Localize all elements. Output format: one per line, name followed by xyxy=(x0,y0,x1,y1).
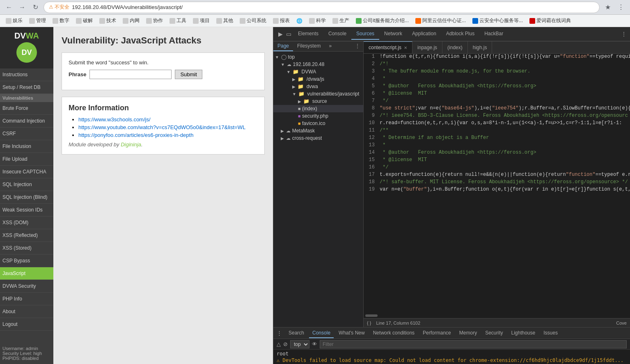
sidebar-item-file-inclusion[interactable]: File Inclusion xyxy=(0,140,53,153)
tree-security-php[interactable]: ■ security.php xyxy=(273,112,363,120)
sources-menu-icon[interactable]: ⋮ xyxy=(352,41,363,51)
tree-cross-request[interactable]: ▶ ☁ cross-request xyxy=(273,134,363,142)
tree-dvwa[interactable]: ▼ 📁 DVWA xyxy=(273,68,363,75)
sidebar-item-captcha[interactable]: Insecure CAPTCHA xyxy=(0,166,53,178)
tab-page[interactable]: Page xyxy=(273,41,293,51)
module-author-link[interactable]: Digininja xyxy=(121,141,141,148)
hscroll-thumb[interactable] xyxy=(365,314,378,317)
sidebar-item-csrf[interactable]: CSRF xyxy=(0,127,53,140)
tree-source[interactable]: ▶ 📁 source xyxy=(273,98,363,105)
sidebar-item-javascript[interactable]: JavaScript xyxy=(0,267,53,280)
console-tab-issues[interactable]: Issues xyxy=(540,328,561,338)
top-selector[interactable]: top xyxy=(290,340,309,348)
tree-favicon[interactable]: ■ favicon.ico xyxy=(273,120,363,127)
horizontal-scrollbar[interactable] xyxy=(364,313,630,318)
tab-elements[interactable]: Elements xyxy=(293,28,323,40)
tab-filesystem[interactable]: Filesystem xyxy=(293,41,325,51)
link-1[interactable]: https://www.w3schools.com/js/ xyxy=(78,116,151,123)
bookmark-pojie[interactable]: 破解 xyxy=(73,16,95,25)
devtools-inspect-icon[interactable]: ▶ xyxy=(277,29,284,39)
tree-dvwa-folder[interactable]: ▶ 📁 dvwa xyxy=(273,83,363,90)
sidebar-item-setup[interactable]: Setup / Reset DB xyxy=(0,81,53,94)
submit-button[interactable]: Submit xyxy=(175,70,202,79)
bookmark-shengchan[interactable]: 生产 xyxy=(330,16,352,25)
tree-vulns-js[interactable]: ▼ 📁 vulnerabilities/javascript xyxy=(273,90,363,98)
bookmark-globe[interactable]: 🌐 xyxy=(294,17,305,25)
file-tab-highjs[interactable]: high.js xyxy=(468,41,493,53)
console-tab-performance[interactable]: Performance xyxy=(419,328,454,338)
code-editor[interactable]: 1 !function e(t,r,n){function i(s,a){if(… xyxy=(364,54,630,313)
sidebar-item-xss-stored[interactable]: XSS (Stored) xyxy=(0,242,53,255)
bookmark-yule[interactable]: 娱乐 xyxy=(3,16,25,25)
bookmark-hezuo[interactable]: 协作 xyxy=(144,16,165,25)
console-tab-lighthouse[interactable]: Lighthouse xyxy=(508,328,539,338)
sidebar-item-session-ids[interactable]: Weak Session IDs xyxy=(0,204,53,216)
sidebar-item-xss-reflected[interactable]: XSS (Reflected) xyxy=(0,229,53,242)
console-tab-console[interactable]: Console xyxy=(309,328,334,338)
bookmark-xiangmu[interactable]: 项目 xyxy=(190,16,212,25)
back-button[interactable]: ← xyxy=(3,2,15,13)
tab-console[interactable]: Console xyxy=(323,28,351,40)
console-tab-memory[interactable]: Memory xyxy=(456,328,480,338)
menu-button[interactable]: ⋮ xyxy=(615,2,627,13)
devtools-device-icon[interactable]: ▭ xyxy=(284,29,293,39)
bookmark-baobiao[interactable]: 报表 xyxy=(270,16,292,25)
tree-dvwa-js[interactable]: ▶ 📁 /dvwa/js xyxy=(273,75,363,83)
tree-index[interactable]: ■ (index) xyxy=(273,105,363,112)
tab-more[interactable]: » xyxy=(325,41,336,51)
tab-application[interactable]: Application xyxy=(407,28,441,40)
console-block-icon[interactable]: ⊘ xyxy=(283,341,288,347)
bookmark-qita[interactable]: 其他 xyxy=(214,16,236,25)
reload-button[interactable]: ↻ xyxy=(30,2,41,13)
console-tab-security[interactable]: Security xyxy=(482,328,506,338)
sidebar-item-brute[interactable]: Brute Force xyxy=(0,102,53,115)
tree-top[interactable]: ▼ ◯ top xyxy=(273,53,363,61)
file-tab-contentscript[interactable]: contentscript.js ✕ xyxy=(364,41,412,53)
file-tab-inpage[interactable]: inpage.js xyxy=(412,41,442,53)
devtools-more-icon[interactable]: ⋮ xyxy=(621,31,627,37)
sidebar-item-instructions[interactable]: Instructions xyxy=(0,68,53,81)
console-tab-search[interactable]: Search xyxy=(285,328,307,338)
sidebar-item-csp[interactable]: CSP Bypass xyxy=(0,255,53,267)
tab-sources[interactable]: Sources xyxy=(351,28,379,40)
bookmark-gongsi[interactable]: 公司系统 xyxy=(237,16,269,25)
link-3[interactable]: https://ponyfoo.com/articles/es6-proxies… xyxy=(78,132,193,138)
sidebar-item-dvwa-security[interactable]: DVWA Security xyxy=(0,280,53,293)
format-icon[interactable]: { } xyxy=(367,321,371,325)
bookmark-ciba[interactable]: 爱词霸在线词典 xyxy=(527,16,573,25)
tab-network[interactable]: Network xyxy=(379,28,407,40)
bookmark-neiwang[interactable]: 内网 xyxy=(120,16,142,25)
sidebar-item-about[interactable]: About xyxy=(0,305,53,318)
sidebar-item-file-upload[interactable]: File Upload xyxy=(0,153,53,166)
console-eye-icon[interactable]: 👁 xyxy=(312,341,317,347)
bookmark-button[interactable]: ★ xyxy=(602,2,614,13)
sidebar-item-phpinfo[interactable]: PHP Info xyxy=(0,293,53,305)
sidebar-item-xss-dom[interactable]: XSS (DOM) xyxy=(0,216,53,229)
console-filter-input[interactable] xyxy=(320,340,627,348)
bookmark-it[interactable]: 公司it服务能力介绍... xyxy=(353,16,411,25)
bookmark-yunaq[interactable]: 云安全中心服务等... xyxy=(470,16,525,25)
console-clear-icon[interactable]: △ xyxy=(277,341,281,347)
tab-hackbar[interactable]: HackBar xyxy=(479,28,508,40)
phrase-input[interactable] xyxy=(89,70,172,79)
bookmark-aliyun[interactable]: 阿里云信任中心证... xyxy=(413,16,468,25)
console-tab-network-conditions[interactable]: Network conditions xyxy=(370,328,418,338)
bookmark-gongju[interactable]: 工具 xyxy=(167,16,189,25)
sidebar-item-cmd-injection[interactable]: Command Injection xyxy=(0,115,53,127)
bookmark-kexue[interactable]: 科学 xyxy=(307,16,328,25)
bookmark-shuzi[interactable]: 数字 xyxy=(50,16,72,25)
console-tab-whatsnew[interactable]: What's New xyxy=(335,328,368,338)
tree-host[interactable]: ▼ ☁ 192.168.20.48 xyxy=(273,61,363,68)
sidebar-item-logout[interactable]: Logout xyxy=(0,318,53,331)
file-tab-close-contentscript[interactable]: ✕ xyxy=(404,46,407,50)
bookmark-guanli[interactable]: 管理 xyxy=(27,16,48,25)
link-2[interactable]: https://www.youtube.com/watch?v=cs7EQdWO… xyxy=(78,124,245,130)
console-options-icon[interactable]: ⋮ xyxy=(277,330,282,336)
tree-metamask[interactable]: ▶ ☁ MetaMask xyxy=(273,127,363,134)
file-tab-index[interactable]: (index) xyxy=(442,41,468,53)
forward-button[interactable]: → xyxy=(16,2,28,13)
bookmark-jishu[interactable]: 技术 xyxy=(97,16,119,25)
tab-adblock[interactable]: Adblock Plus xyxy=(441,28,479,40)
sidebar-item-sqli[interactable]: SQL Injection xyxy=(0,178,53,191)
address-bar[interactable]: ⚠ 不安全 192.168.20.48/DVWA/vulnerabilities… xyxy=(44,2,600,13)
